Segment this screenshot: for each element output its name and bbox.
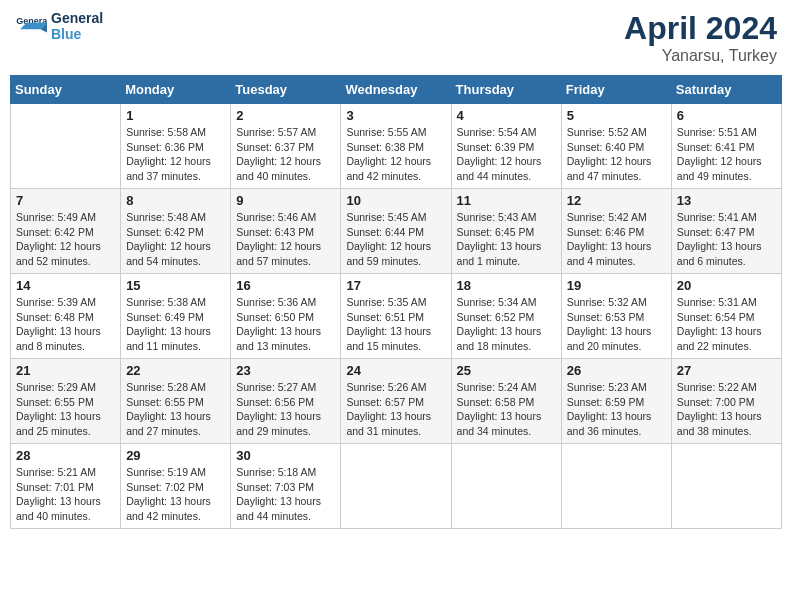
day-header-sunday: Sunday: [11, 76, 121, 104]
calendar-cell: 27Sunrise: 5:22 AMSunset: 7:00 PMDayligh…: [671, 359, 781, 444]
cell-date-number: 10: [346, 193, 445, 208]
cell-date-number: 21: [16, 363, 115, 378]
calendar-cell: 14Sunrise: 5:39 AMSunset: 6:48 PMDayligh…: [11, 274, 121, 359]
calendar-cell: 9Sunrise: 5:46 AMSunset: 6:43 PMDaylight…: [231, 189, 341, 274]
cell-info: Sunrise: 5:35 AMSunset: 6:51 PMDaylight:…: [346, 295, 445, 354]
cell-info: Sunrise: 5:24 AMSunset: 6:58 PMDaylight:…: [457, 380, 556, 439]
cell-date-number: 16: [236, 278, 335, 293]
cell-date-number: 6: [677, 108, 776, 123]
calendar-cell: 7Sunrise: 5:49 AMSunset: 6:42 PMDaylight…: [11, 189, 121, 274]
calendar-cell: [451, 444, 561, 529]
calendar-cell: 20Sunrise: 5:31 AMSunset: 6:54 PMDayligh…: [671, 274, 781, 359]
calendar-cell: 4Sunrise: 5:54 AMSunset: 6:39 PMDaylight…: [451, 104, 561, 189]
cell-info: Sunrise: 5:55 AMSunset: 6:38 PMDaylight:…: [346, 125, 445, 184]
cell-info: Sunrise: 5:26 AMSunset: 6:57 PMDaylight:…: [346, 380, 445, 439]
cell-info: Sunrise: 5:19 AMSunset: 7:02 PMDaylight:…: [126, 465, 225, 524]
calendar-cell: 24Sunrise: 5:26 AMSunset: 6:57 PMDayligh…: [341, 359, 451, 444]
calendar-week-row: 7Sunrise: 5:49 AMSunset: 6:42 PMDaylight…: [11, 189, 782, 274]
calendar-cell: 22Sunrise: 5:28 AMSunset: 6:55 PMDayligh…: [121, 359, 231, 444]
cell-date-number: 23: [236, 363, 335, 378]
calendar-cell: 13Sunrise: 5:41 AMSunset: 6:47 PMDayligh…: [671, 189, 781, 274]
logo-blue: Blue: [51, 26, 103, 42]
cell-info: Sunrise: 5:58 AMSunset: 6:36 PMDaylight:…: [126, 125, 225, 184]
cell-info: Sunrise: 5:54 AMSunset: 6:39 PMDaylight:…: [457, 125, 556, 184]
cell-date-number: 29: [126, 448, 225, 463]
cell-date-number: 30: [236, 448, 335, 463]
cell-info: Sunrise: 5:36 AMSunset: 6:50 PMDaylight:…: [236, 295, 335, 354]
cell-date-number: 15: [126, 278, 225, 293]
calendar-cell: 17Sunrise: 5:35 AMSunset: 6:51 PMDayligh…: [341, 274, 451, 359]
cell-date-number: 14: [16, 278, 115, 293]
calendar-header-row: SundayMondayTuesdayWednesdayThursdayFrid…: [11, 76, 782, 104]
logo-icon: General: [15, 10, 47, 42]
cell-date-number: 17: [346, 278, 445, 293]
cell-date-number: 5: [567, 108, 666, 123]
cell-date-number: 11: [457, 193, 556, 208]
cell-date-number: 2: [236, 108, 335, 123]
cell-date-number: 8: [126, 193, 225, 208]
cell-date-number: 18: [457, 278, 556, 293]
cell-info: Sunrise: 5:57 AMSunset: 6:37 PMDaylight:…: [236, 125, 335, 184]
logo-general: General: [51, 10, 103, 26]
cell-date-number: 19: [567, 278, 666, 293]
cell-date-number: 1: [126, 108, 225, 123]
cell-info: Sunrise: 5:18 AMSunset: 7:03 PMDaylight:…: [236, 465, 335, 524]
calendar-week-row: 28Sunrise: 5:21 AMSunset: 7:01 PMDayligh…: [11, 444, 782, 529]
cell-info: Sunrise: 5:29 AMSunset: 6:55 PMDaylight:…: [16, 380, 115, 439]
cell-info: Sunrise: 5:52 AMSunset: 6:40 PMDaylight:…: [567, 125, 666, 184]
cell-date-number: 26: [567, 363, 666, 378]
month-title: April 2024: [624, 10, 777, 47]
calendar-cell: 29Sunrise: 5:19 AMSunset: 7:02 PMDayligh…: [121, 444, 231, 529]
calendar-week-row: 14Sunrise: 5:39 AMSunset: 6:48 PMDayligh…: [11, 274, 782, 359]
cell-info: Sunrise: 5:45 AMSunset: 6:44 PMDaylight:…: [346, 210, 445, 269]
cell-date-number: 22: [126, 363, 225, 378]
calendar-cell: 11Sunrise: 5:43 AMSunset: 6:45 PMDayligh…: [451, 189, 561, 274]
cell-date-number: 27: [677, 363, 776, 378]
calendar-cell: 23Sunrise: 5:27 AMSunset: 6:56 PMDayligh…: [231, 359, 341, 444]
cell-date-number: 20: [677, 278, 776, 293]
day-header-friday: Friday: [561, 76, 671, 104]
cell-info: Sunrise: 5:48 AMSunset: 6:42 PMDaylight:…: [126, 210, 225, 269]
cell-info: Sunrise: 5:46 AMSunset: 6:43 PMDaylight:…: [236, 210, 335, 269]
calendar-cell: 6Sunrise: 5:51 AMSunset: 6:41 PMDaylight…: [671, 104, 781, 189]
cell-date-number: 28: [16, 448, 115, 463]
cell-date-number: 4: [457, 108, 556, 123]
calendar-cell: 25Sunrise: 5:24 AMSunset: 6:58 PMDayligh…: [451, 359, 561, 444]
location-title: Yanarsu, Turkey: [624, 47, 777, 65]
day-header-tuesday: Tuesday: [231, 76, 341, 104]
calendar-cell: 10Sunrise: 5:45 AMSunset: 6:44 PMDayligh…: [341, 189, 451, 274]
cell-info: Sunrise: 5:32 AMSunset: 6:53 PMDaylight:…: [567, 295, 666, 354]
cell-info: Sunrise: 5:31 AMSunset: 6:54 PMDaylight:…: [677, 295, 776, 354]
cell-info: Sunrise: 5:49 AMSunset: 6:42 PMDaylight:…: [16, 210, 115, 269]
calendar-cell: 5Sunrise: 5:52 AMSunset: 6:40 PMDaylight…: [561, 104, 671, 189]
cell-info: Sunrise: 5:21 AMSunset: 7:01 PMDaylight:…: [16, 465, 115, 524]
calendar-cell: [11, 104, 121, 189]
calendar-cell: 26Sunrise: 5:23 AMSunset: 6:59 PMDayligh…: [561, 359, 671, 444]
calendar-cell: 16Sunrise: 5:36 AMSunset: 6:50 PMDayligh…: [231, 274, 341, 359]
page-header: General General Blue April 2024 Yanarsu,…: [10, 10, 782, 65]
calendar-cell: 30Sunrise: 5:18 AMSunset: 7:03 PMDayligh…: [231, 444, 341, 529]
cell-info: Sunrise: 5:43 AMSunset: 6:45 PMDaylight:…: [457, 210, 556, 269]
cell-info: Sunrise: 5:39 AMSunset: 6:48 PMDaylight:…: [16, 295, 115, 354]
calendar-week-row: 1Sunrise: 5:58 AMSunset: 6:36 PMDaylight…: [11, 104, 782, 189]
calendar-week-row: 21Sunrise: 5:29 AMSunset: 6:55 PMDayligh…: [11, 359, 782, 444]
calendar-cell: 8Sunrise: 5:48 AMSunset: 6:42 PMDaylight…: [121, 189, 231, 274]
calendar-cell: 19Sunrise: 5:32 AMSunset: 6:53 PMDayligh…: [561, 274, 671, 359]
calendar-cell: [671, 444, 781, 529]
calendar-cell: 15Sunrise: 5:38 AMSunset: 6:49 PMDayligh…: [121, 274, 231, 359]
calendar-cell: [561, 444, 671, 529]
cell-info: Sunrise: 5:22 AMSunset: 7:00 PMDaylight:…: [677, 380, 776, 439]
day-header-wednesday: Wednesday: [341, 76, 451, 104]
day-header-thursday: Thursday: [451, 76, 561, 104]
cell-info: Sunrise: 5:41 AMSunset: 6:47 PMDaylight:…: [677, 210, 776, 269]
cell-info: Sunrise: 5:28 AMSunset: 6:55 PMDaylight:…: [126, 380, 225, 439]
cell-info: Sunrise: 5:38 AMSunset: 6:49 PMDaylight:…: [126, 295, 225, 354]
title-block: April 2024 Yanarsu, Turkey: [624, 10, 777, 65]
calendar-cell: 21Sunrise: 5:29 AMSunset: 6:55 PMDayligh…: [11, 359, 121, 444]
calendar-cell: 18Sunrise: 5:34 AMSunset: 6:52 PMDayligh…: [451, 274, 561, 359]
cell-date-number: 3: [346, 108, 445, 123]
logo: General General Blue: [15, 10, 103, 42]
cell-date-number: 12: [567, 193, 666, 208]
calendar-cell: 2Sunrise: 5:57 AMSunset: 6:37 PMDaylight…: [231, 104, 341, 189]
cell-info: Sunrise: 5:27 AMSunset: 6:56 PMDaylight:…: [236, 380, 335, 439]
